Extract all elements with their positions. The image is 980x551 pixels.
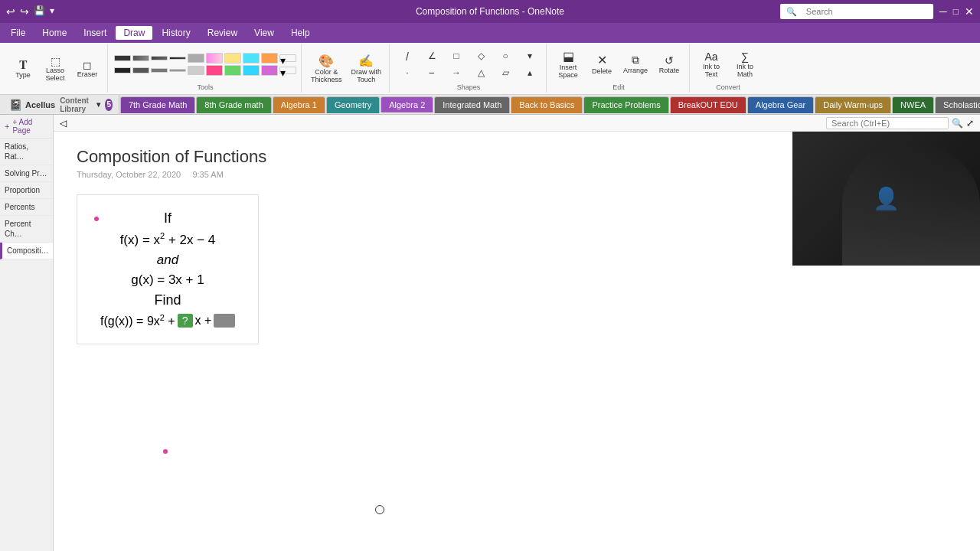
page-solving[interactable]: Solving Pr… <box>0 165 53 182</box>
menu-draw[interactable]: Draw <box>116 26 152 40</box>
seg-tool[interactable]: ‒ <box>420 66 443 80</box>
eraser-icon: ◻ <box>83 60 92 70</box>
pen-dark-2[interactable] <box>132 67 149 73</box>
tab-back-to-basics[interactable]: Back to Basics <box>511 96 583 113</box>
ink-to-text-button[interactable]: Aa Ink toText <box>696 47 727 81</box>
page-ratios[interactable]: Ratios, Rat… <box>0 139 53 165</box>
math-func-g-line: g(x) = 3x + 1 <box>100 272 235 288</box>
ribbon-group-edit: ⬓ InsertSpace ✕ Delete ⧉ Arrange ↺ Rotat… <box>548 44 690 93</box>
lower-dot-icon <box>163 449 168 454</box>
pen-dark-3[interactable] <box>151 68 168 73</box>
pen-dark-4[interactable] <box>169 69 186 72</box>
page-percents[interactable]: Percents <box>0 199 53 216</box>
save-icon[interactable]: 💾 <box>34 5 45 18</box>
oval-tool[interactable]: ○ <box>494 49 517 64</box>
tab-algebra2[interactable]: Algebra 2 <box>381 96 433 113</box>
pen-swatch-5[interactable] <box>188 54 204 63</box>
page-time: 9:35 AM <box>192 170 223 179</box>
draw-touch-button[interactable]: ✍ Draw withTouch <box>348 51 385 86</box>
minimize-btn[interactable]: ─ <box>939 5 947 18</box>
pen-swatch-4[interactable] <box>169 57 186 60</box>
close-btn[interactable]: ✕ <box>965 5 974 18</box>
undo-icon[interactable]: ↩ <box>6 5 15 18</box>
content-area[interactable]: 👤 Composition of Functions Thursday, Oct… <box>54 132 980 551</box>
pen-swatch-2[interactable] <box>132 55 149 61</box>
tab-nwea[interactable]: NWEA <box>892 96 934 113</box>
ribbon-content: 𝐓 Type ⬚ LassoSelect ◻ Eraser <box>0 43 980 94</box>
ink-to-math-button[interactable]: ∑ Ink toMath <box>730 47 760 81</box>
page-proportion[interactable]: Proportion <box>0 182 53 199</box>
pen-swatch-6[interactable] <box>206 53 223 64</box>
pen-green-1[interactable] <box>224 65 241 76</box>
pen-swatch-highlight-1[interactable] <box>224 53 241 64</box>
pen-swatch-highlight-2[interactable] <box>243 53 260 64</box>
ribbon-group-pens: ▾ ▾ Tools <box>109 44 302 93</box>
expand-icon[interactable]: ⤢ <box>966 118 974 129</box>
notebook-selector[interactable]: 📓 Acellus Content Library ▾ 5 <box>3 95 119 115</box>
pen-swatch-chevron[interactable]: ▾ <box>279 54 296 62</box>
menu-view[interactable]: View <box>247 26 282 40</box>
pen-swatch-1[interactable] <box>114 55 131 61</box>
type-icon: 𝐓 <box>19 59 28 71</box>
more-icon[interactable]: ▾ <box>50 5 54 18</box>
menu-home[interactable]: Home <box>34 26 74 40</box>
insert-space-button[interactable]: ⬓ InsertSpace <box>553 46 583 82</box>
add-page-button[interactable]: + + Add Page <box>0 115 53 139</box>
lasso-button[interactable]: ⬚ LassoSelect <box>40 53 70 85</box>
tab-daily-warmups[interactable]: Daily Warm-ups <box>815 96 891 113</box>
menu-review[interactable]: Review <box>200 26 245 40</box>
angle-tool[interactable]: ∠ <box>420 49 443 64</box>
collapse-icon[interactable]: ◁ <box>60 118 67 129</box>
page-composition[interactable]: Compositi… <box>0 243 53 259</box>
pen-dark-5[interactable] <box>188 66 204 75</box>
menu-insert[interactable]: Insert <box>76 26 114 40</box>
arrow-tool[interactable]: → <box>445 66 468 80</box>
redo-icon[interactable]: ↪ <box>20 5 29 18</box>
tab-8th-grade-math[interactable]: 8th Grade math <box>196 96 271 113</box>
pen-swatch-3[interactable] <box>151 56 168 60</box>
shapes-less[interactable]: ▴ <box>518 66 541 80</box>
tab-geometry[interactable]: Geometry <box>326 96 380 113</box>
pen-swatch-highlight-3[interactable] <box>261 53 278 64</box>
para-tool[interactable]: ▱ <box>494 66 517 80</box>
page-percent-ch[interactable]: Percent Ch… <box>0 216 53 243</box>
tab-practice-problems[interactable]: Practice Problems <box>583 96 668 113</box>
rotate-button[interactable]: ↺ Rotate <box>654 51 684 77</box>
pen-mag-1[interactable] <box>261 65 278 76</box>
type-button[interactable]: 𝐓 Type <box>8 56 38 82</box>
rect-tool[interactable]: □ <box>445 49 468 64</box>
math-find-line: Find <box>100 292 235 308</box>
color-thickness-button[interactable]: 🎨 Color &Thickness <box>308 51 345 86</box>
pen-cyan-1[interactable] <box>243 65 260 76</box>
line-tool[interactable]: / <box>396 49 419 64</box>
tab-integrated-math[interactable]: Integrated Math <box>434 96 510 113</box>
chevron-icon: ▾ <box>96 100 100 109</box>
search-btn-icon[interactable]: 🔍 <box>952 118 963 129</box>
arrange-button[interactable]: ⧉ Arrange <box>620 51 651 77</box>
menu-help[interactable]: Help <box>283 26 318 40</box>
pen-chevron-2[interactable]: ▾ <box>279 67 296 74</box>
maximize-btn[interactable]: □ <box>953 6 959 17</box>
tab-algebra1[interactable]: Algebra 1 <box>273 96 325 113</box>
eraser-button[interactable]: ◻ Eraser <box>72 57 103 81</box>
search-input[interactable] <box>800 5 923 18</box>
point-tool[interactable]: · <box>396 66 419 80</box>
delete-button[interactable]: ✕ Delete <box>586 50 617 78</box>
diamond-tool[interactable]: ◇ <box>469 49 492 64</box>
page-search-input[interactable] <box>826 117 949 129</box>
notebook-icon: 📓 <box>9 99 22 111</box>
tab-7th-grade-math[interactable]: 7th Grade Math <box>120 96 195 113</box>
tab-scholastic[interactable]: Scholastic <box>935 96 980 113</box>
search-icon: 🔍 <box>786 7 797 17</box>
tab-breakout-edu[interactable]: BreakOUT EDU <box>670 96 746 113</box>
tab-algebra-gear[interactable]: Algebra Gear <box>747 96 814 113</box>
pen-dark-1[interactable] <box>114 67 131 73</box>
title-search-box[interactable]: 🔍 <box>780 4 933 19</box>
tri-tool[interactable]: △ <box>469 66 492 80</box>
shapes-more[interactable]: ▾ <box>518 49 541 64</box>
math-result-text: f(g(x)) = 9x2 + <box>100 313 175 328</box>
math-func-g: g(x) = 3x + 1 <box>131 272 204 287</box>
pen-pink-1[interactable] <box>206 65 223 76</box>
menu-history[interactable]: History <box>154 26 198 40</box>
menu-file[interactable]: File <box>3 26 33 40</box>
